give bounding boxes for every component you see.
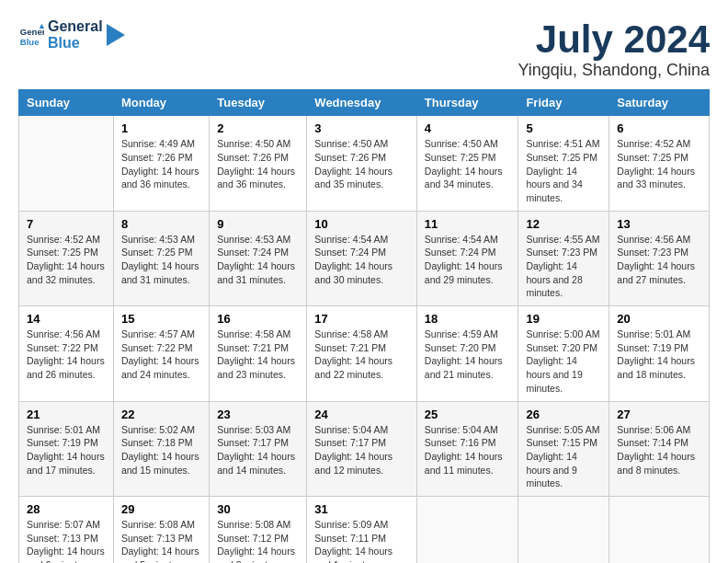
day-info: Sunrise: 5:02 AMSunset: 7:18 PMDaylight:… — [121, 423, 201, 477]
day-cell: 8Sunrise: 4:53 AMSunset: 7:25 PMDaylight… — [113, 211, 209, 305]
day-cell — [518, 496, 609, 563]
day-info: Sunrise: 5:09 AMSunset: 7:11 PMDaylight:… — [314, 518, 409, 563]
day-cell — [416, 496, 518, 563]
col-header-tuesday: Tuesday — [210, 90, 307, 116]
day-cell: 3Sunrise: 4:50 AMSunset: 7:26 PMDaylight… — [307, 116, 417, 211]
day-info: Sunrise: 4:53 AMSunset: 7:25 PMDaylight:… — [121, 233, 201, 287]
day-cell: 1Sunrise: 4:49 AMSunset: 7:26 PMDaylight… — [113, 116, 209, 211]
day-cell: 11Sunrise: 4:54 AMSunset: 7:24 PMDayligh… — [416, 211, 518, 305]
week-row-2: 7Sunrise: 4:52 AMSunset: 7:25 PMDaylight… — [19, 211, 710, 305]
day-cell: 22Sunrise: 5:02 AMSunset: 7:18 PMDayligh… — [113, 401, 209, 496]
day-number: 15 — [121, 312, 201, 326]
day-cell: 2Sunrise: 4:50 AMSunset: 7:26 PMDaylight… — [210, 116, 307, 211]
col-header-friday: Friday — [518, 90, 609, 116]
week-row-4: 21Sunrise: 5:01 AMSunset: 7:19 PMDayligh… — [19, 401, 710, 496]
day-cell: 31Sunrise: 5:09 AMSunset: 7:11 PMDayligh… — [307, 496, 417, 563]
day-info: Sunrise: 5:01 AMSunset: 7:19 PMDaylight:… — [617, 327, 701, 382]
day-cell: 27Sunrise: 5:06 AMSunset: 7:14 PMDayligh… — [609, 401, 710, 496]
day-number: 27 — [617, 408, 701, 421]
header-row: SundayMondayTuesdayWednesdayThursdayFrid… — [19, 90, 710, 116]
day-cell: 12Sunrise: 4:55 AMSunset: 7:23 PMDayligh… — [518, 211, 609, 305]
day-info: Sunrise: 5:08 AMSunset: 7:13 PMDaylight:… — [121, 518, 201, 563]
day-number: 28 — [27, 502, 106, 516]
day-info: Sunrise: 4:54 AMSunset: 7:24 PMDaylight:… — [314, 233, 409, 287]
day-number: 1 — [121, 121, 201, 135]
day-number: 29 — [121, 502, 201, 516]
page-header: General Blue General Blue July 2024 Ying… — [18, 18, 710, 80]
day-cell — [609, 496, 710, 563]
day-number: 22 — [121, 408, 201, 421]
day-cell: 17Sunrise: 4:58 AMSunset: 7:21 PMDayligh… — [307, 306, 417, 401]
logo-blue: Blue — [48, 35, 103, 52]
day-cell: 29Sunrise: 5:08 AMSunset: 7:13 PMDayligh… — [113, 496, 209, 563]
day-info: Sunrise: 5:00 AMSunset: 7:20 PMDaylight:… — [526, 327, 601, 395]
day-cell: 14Sunrise: 4:56 AMSunset: 7:22 PMDayligh… — [19, 306, 114, 401]
day-number: 14 — [27, 312, 106, 326]
day-number: 2 — [217, 121, 299, 135]
day-cell: 10Sunrise: 4:54 AMSunset: 7:24 PMDayligh… — [307, 211, 417, 305]
day-info: Sunrise: 5:07 AMSunset: 7:13 PMDaylight:… — [27, 518, 106, 563]
day-info: Sunrise: 4:54 AMSunset: 7:24 PMDaylight:… — [425, 233, 511, 287]
day-info: Sunrise: 4:59 AMSunset: 7:20 PMDaylight:… — [425, 327, 511, 382]
day-cell: 20Sunrise: 5:01 AMSunset: 7:19 PMDayligh… — [609, 306, 710, 401]
day-number: 31 — [314, 502, 409, 516]
day-cell — [19, 116, 114, 211]
day-number: 6 — [617, 121, 701, 135]
day-cell: 15Sunrise: 4:57 AMSunset: 7:22 PMDayligh… — [113, 306, 209, 401]
day-cell: 19Sunrise: 5:00 AMSunset: 7:20 PMDayligh… — [518, 306, 609, 401]
title-block: July 2024 Yingqiu, Shandong, China — [518, 18, 711, 80]
day-cell: 9Sunrise: 4:53 AMSunset: 7:24 PMDaylight… — [210, 211, 307, 305]
day-number: 12 — [526, 217, 601, 231]
day-cell: 25Sunrise: 5:04 AMSunset: 7:16 PMDayligh… — [416, 401, 518, 496]
day-info: Sunrise: 4:50 AMSunset: 7:26 PMDaylight:… — [217, 137, 299, 191]
col-header-thursday: Thursday — [416, 90, 518, 116]
day-cell: 7Sunrise: 4:52 AMSunset: 7:25 PMDaylight… — [19, 211, 114, 305]
day-number: 17 — [314, 312, 409, 326]
day-cell: 23Sunrise: 5:03 AMSunset: 7:17 PMDayligh… — [210, 401, 307, 496]
day-info: Sunrise: 4:50 AMSunset: 7:26 PMDaylight:… — [314, 137, 409, 191]
day-info: Sunrise: 5:04 AMSunset: 7:17 PMDaylight:… — [314, 423, 409, 477]
day-info: Sunrise: 5:04 AMSunset: 7:16 PMDaylight:… — [425, 423, 511, 477]
day-number: 13 — [617, 217, 701, 231]
day-number: 25 — [425, 408, 511, 421]
day-number: 9 — [217, 217, 299, 231]
day-cell: 30Sunrise: 5:08 AMSunset: 7:12 PMDayligh… — [210, 496, 307, 563]
day-info: Sunrise: 4:51 AMSunset: 7:25 PMDaylight:… — [526, 137, 601, 204]
day-info: Sunrise: 4:50 AMSunset: 7:25 PMDaylight:… — [425, 137, 511, 191]
day-cell: 18Sunrise: 4:59 AMSunset: 7:20 PMDayligh… — [416, 306, 518, 401]
day-cell: 28Sunrise: 5:07 AMSunset: 7:13 PMDayligh… — [19, 496, 114, 563]
day-info: Sunrise: 5:05 AMSunset: 7:15 PMDaylight:… — [526, 423, 601, 490]
svg-text:Blue: Blue — [20, 36, 40, 46]
day-info: Sunrise: 4:52 AMSunset: 7:25 PMDaylight:… — [617, 137, 701, 191]
day-number: 21 — [27, 408, 106, 421]
day-number: 23 — [217, 408, 299, 421]
col-header-monday: Monday — [113, 90, 209, 116]
day-info: Sunrise: 5:08 AMSunset: 7:12 PMDaylight:… — [217, 518, 299, 563]
logo-icon: General Blue — [18, 22, 44, 48]
day-number: 7 — [27, 217, 106, 231]
day-number: 16 — [217, 312, 299, 326]
col-header-saturday: Saturday — [609, 90, 710, 116]
day-cell: 21Sunrise: 5:01 AMSunset: 7:19 PMDayligh… — [19, 401, 114, 496]
svg-marker-3 — [107, 24, 125, 46]
day-cell: 24Sunrise: 5:04 AMSunset: 7:17 PMDayligh… — [307, 401, 417, 496]
day-number: 5 — [526, 121, 601, 135]
day-number: 4 — [425, 121, 511, 135]
day-info: Sunrise: 4:53 AMSunset: 7:24 PMDaylight:… — [217, 233, 299, 287]
day-cell: 5Sunrise: 4:51 AMSunset: 7:25 PMDaylight… — [518, 116, 609, 211]
day-number: 20 — [617, 312, 701, 326]
logo-arrow-icon — [107, 24, 125, 46]
day-cell: 26Sunrise: 5:05 AMSunset: 7:15 PMDayligh… — [518, 401, 609, 496]
day-info: Sunrise: 4:52 AMSunset: 7:25 PMDaylight:… — [27, 233, 106, 287]
col-header-wednesday: Wednesday — [307, 90, 417, 116]
day-number: 24 — [314, 408, 409, 421]
day-cell: 6Sunrise: 4:52 AMSunset: 7:25 PMDaylight… — [609, 116, 710, 211]
day-cell: 13Sunrise: 4:56 AMSunset: 7:23 PMDayligh… — [609, 211, 710, 305]
col-header-sunday: Sunday — [19, 90, 114, 116]
week-row-3: 14Sunrise: 4:56 AMSunset: 7:22 PMDayligh… — [19, 306, 710, 401]
day-info: Sunrise: 4:55 AMSunset: 7:23 PMDaylight:… — [526, 233, 601, 300]
week-row-1: 1Sunrise: 4:49 AMSunset: 7:26 PMDaylight… — [19, 116, 710, 211]
day-info: Sunrise: 4:58 AMSunset: 7:21 PMDaylight:… — [314, 327, 409, 382]
day-info: Sunrise: 4:49 AMSunset: 7:26 PMDaylight:… — [121, 137, 201, 191]
day-number: 26 — [526, 408, 601, 421]
